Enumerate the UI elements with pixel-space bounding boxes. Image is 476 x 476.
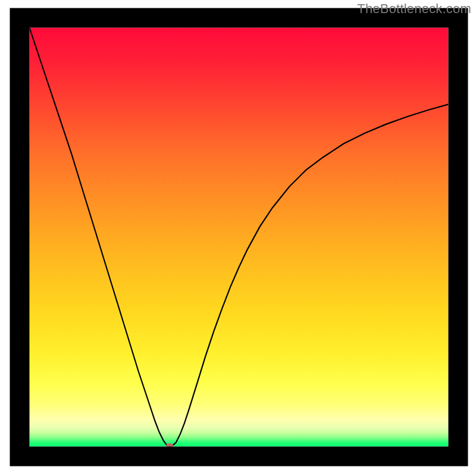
watermark-label: TheBottleneck.com (357, 1, 471, 17)
chart-svg (0, 0, 476, 476)
bottleneck-chart: TheBottleneck.com (0, 0, 476, 476)
plot-background (30, 28, 449, 447)
